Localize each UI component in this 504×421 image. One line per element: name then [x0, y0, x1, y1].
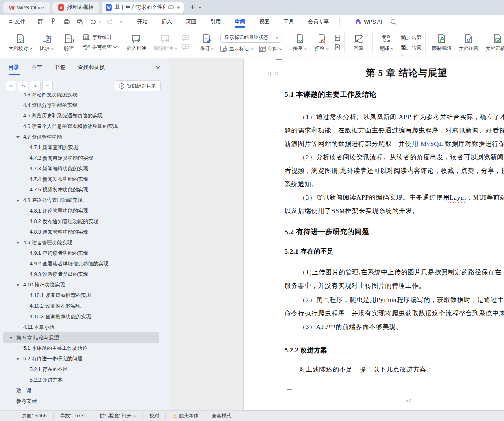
menu-vip[interactable]: 会员专享 [308, 15, 329, 28]
search-icon[interactable] [391, 19, 396, 24]
outline-item[interactable]: 4.9.2 查看读者详细信息功能的实现 [3, 258, 159, 269]
show-markup-button[interactable]: 显示标记 [220, 46, 253, 52]
outline-item[interactable]: 4.3 评论回复功能的实现 [3, 93, 159, 100]
collapse-all-button[interactable] [18, 81, 28, 91]
tab-wps-home[interactable]: W WPS Office [3, 2, 50, 13]
outline-item[interactable]: 4.8.3 通知管理功能的实现 [3, 227, 159, 237]
tab-list-chevron-icon[interactable] [198, 5, 202, 8]
expand-arrow-icon[interactable] [16, 136, 20, 138]
status-compat-mode[interactable]: 兼容模式 [205, 412, 238, 419]
word-count-button[interactable]: 12 字数统计 [83, 34, 116, 41]
redo-button[interactable] [106, 18, 113, 25]
status-proofread[interactable]: 校对 [143, 412, 165, 419]
sidebar-close-icon[interactable]: ✕ [155, 64, 161, 75]
outline-item[interactable]: 4.9 读者管理功能实现 [3, 237, 159, 248]
save-button[interactable] [37, 18, 44, 25]
previous-change-button[interactable] [334, 35, 341, 41]
outline-item[interactable]: 4.7.5 视频发布功能的实现 [3, 184, 159, 195]
outline-item[interactable]: 4.10.3 查询推荐功能的实现 [3, 311, 159, 322]
outline-item[interactable]: 5.2 有待进一步研究的问题 [3, 354, 159, 364]
previous-comment-button[interactable] [182, 35, 189, 41]
undo-button[interactable] [89, 18, 100, 25]
review-pane-button[interactable]: 审阅 [259, 46, 282, 52]
sidebar-tab-toc[interactable]: 目录 [8, 64, 19, 75]
finalize-document-button[interactable]: 文档定稿 [483, 31, 504, 54]
sidebar-tab-chapter[interactable]: 章节 [31, 64, 42, 75]
print-button[interactable] [63, 18, 70, 25]
wps-ai-button[interactable]: WPS AI [355, 19, 382, 25]
sidebar-tab-find-replace[interactable]: 查找和替换 [78, 64, 105, 75]
status-word-count[interactable]: 字数: 15731 [54, 412, 93, 419]
outline-item[interactable]: 5.2.1 存在的不足 [3, 364, 159, 375]
expand-arrow-icon[interactable] [16, 358, 20, 360]
outline-item[interactable]: 第 5 章 结论与展望 [3, 332, 159, 343]
markup-state-select[interactable]: 显示标记的最终状态 [220, 33, 282, 43]
document-page[interactable]: H₁ 第 5 章 结论与展望 5.1 本课题的主要工作及结论 （1）通过需求分析… [244, 58, 504, 410]
outline-item[interactable]: 4.4 资讯分享功能的实现 [3, 100, 159, 111]
new-tab-button[interactable]: + [186, 3, 199, 12]
read-aloud-button[interactable]: 朗读 [59, 31, 79, 54]
zoom-out-outline-button[interactable]: − [42, 81, 53, 91]
accept-button[interactable]: 接受 [290, 31, 310, 54]
outline-item[interactable]: 5.2.2 改进方案 [3, 375, 159, 385]
outline-item[interactable]: 4.10.1 读者查看推荐的实现 [3, 290, 159, 301]
outline-item[interactable]: 5.1 本课题的主要工作及结论 [3, 343, 159, 354]
export-pdf-button[interactable] [50, 18, 57, 25]
smart-toc-button[interactable]: 智能识别目录 [115, 80, 161, 91]
tab-document[interactable]: W 基于用户需求的个性化新闻推荐 [102, 2, 184, 13]
outline-item[interactable]: 4.8.1 评论管理功能的实现 [3, 206, 159, 216]
spell-check-button[interactable]: ABC 拼写检查 [83, 44, 116, 51]
outline-item[interactable]: 4.7.1 新闻查询的实现 [3, 142, 159, 153]
expand-arrow-icon[interactable] [9, 337, 13, 339]
outline-item[interactable]: 4.7.4 新闻发布功能的实现 [3, 174, 159, 184]
outline-item[interactable]: 4.11 本章小结 [3, 322, 159, 332]
insert-comment-button[interactable]: 插入批注 [124, 31, 149, 54]
status-missing-font[interactable]: ⚠缺失字体 [166, 412, 205, 419]
outline-item[interactable]: 4.6 读者个人信息的查看和修改功能的实现 [3, 121, 159, 132]
outline-item[interactable]: 参考文献 [3, 396, 159, 406]
outline-item[interactable]: 4.5 浏览历史和系统通知功能的实现 [3, 111, 159, 121]
restrict-editing-button[interactable]: 限制编辑 [429, 31, 454, 54]
outline-item[interactable]: 4.10.2 设置推荐的实现 [3, 301, 159, 311]
menu-page[interactable]: 页面 [186, 15, 196, 28]
to-traditional-button[interactable]: 简→ 转繁 [401, 34, 421, 41]
menu-reference[interactable]: 引用 [210, 15, 221, 28]
undo-chevron-icon[interactable] [98, 19, 101, 22]
delete-comment-button[interactable]: 删除批注 [151, 31, 180, 54]
file-menu-button[interactable]: ≡ 文件 [6, 18, 28, 25]
outline-item[interactable]: 4.9.1 查询读者功能的实现 [3, 248, 159, 258]
zoom-in-outline-button[interactable]: + [30, 81, 41, 91]
next-change-button[interactable] [334, 44, 341, 50]
quick-access-chevron-icon[interactable] [119, 19, 122, 22]
outline-item[interactable]: 致 谢 [3, 385, 159, 396]
track-changes-button[interactable]: 修订 [197, 31, 217, 54]
next-comment-button[interactable] [182, 44, 189, 50]
outline-item[interactable]: 4.8 评论公告管理功能实现 [3, 195, 159, 206]
expand-arrow-icon[interactable] [16, 200, 20, 202]
outline-item[interactable]: 4.7.2 新闻自定义功能的实现 [3, 153, 159, 163]
status-spellcheck-toggle[interactable]: 拼写检查: 打开 [93, 412, 143, 419]
status-page-indicator[interactable]: 页面: 62/66 [15, 412, 53, 419]
outline-item[interactable]: 4.7.3 新闻编辑功能的实现 [3, 163, 159, 174]
expand-arrow-icon[interactable] [16, 242, 20, 244]
expand-arrow-icon[interactable] [16, 284, 20, 286]
reject-button[interactable]: 拒绝 [312, 31, 332, 54]
tab-docer-templates[interactable]: d 找稻壳模板 [52, 2, 99, 13]
encrypt-document-button[interactable]: 文档加密 [456, 31, 481, 54]
outline-item[interactable]: 4.9.3 设置读者类型的实现 [3, 269, 159, 280]
menu-tools[interactable]: 工具 [283, 15, 294, 28]
dialog-launcher-icon[interactable] [401, 52, 404, 56]
pen-button[interactable]: 画笔 [348, 31, 369, 54]
print-preview-button[interactable] [76, 18, 83, 25]
sidebar-tab-bookmark[interactable]: 书签 [54, 64, 65, 75]
menu-insert[interactable]: 插入 [161, 15, 172, 28]
outline-item[interactable]: 4.7 资讯管理功能 [3, 132, 159, 142]
menu-review[interactable]: 审阅 [235, 15, 245, 28]
menu-view[interactable]: 视图 [259, 15, 269, 28]
to-simplified-button[interactable]: 繁→ 转简 [401, 44, 421, 51]
translate-button[interactable]: 文A 翻译 [376, 31, 397, 54]
outline-item[interactable]: 4.10 推荐功能实现 [3, 280, 159, 290]
expand-all-button[interactable] [6, 81, 16, 91]
menu-start[interactable]: 开始 [137, 15, 148, 28]
compare-button[interactable]: 比较 [37, 31, 57, 54]
